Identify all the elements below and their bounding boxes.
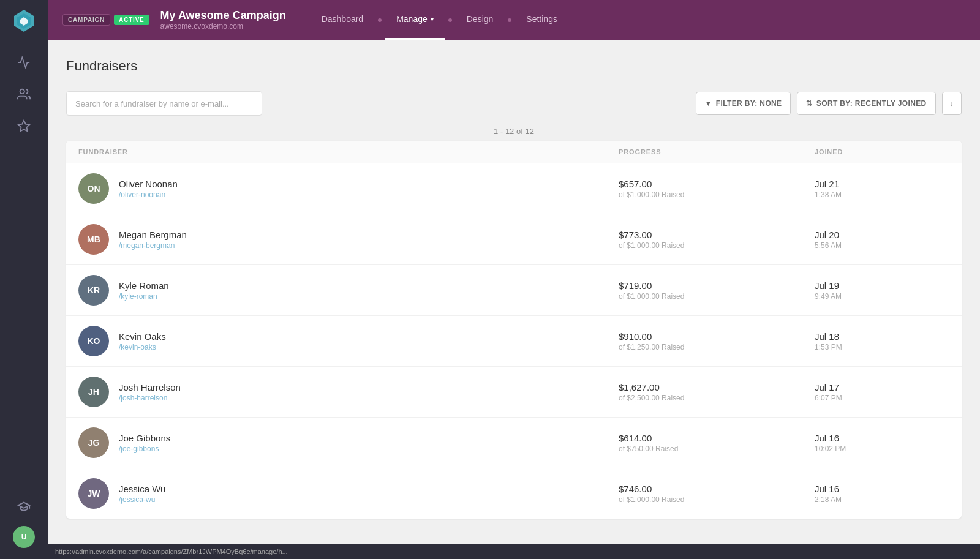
campaign-url: awesome.cvoxdemo.com (160, 22, 286, 31)
fundraiser-cell: KO Kevin Oaks /kevin-oaks (78, 326, 619, 356)
table-row[interactable]: JW Jessica Wu /jessica-wu $746.00 of $1,… (66, 468, 962, 519)
progress-cell: $657.00 of $1,000.00 Raised (619, 179, 815, 199)
sidebar-item-users[interactable] (10, 81, 37, 108)
joined-time: 2:18 AM (815, 495, 949, 504)
main-content: CAMPAIGN ACTIVE My Awesome Campaign awes… (48, 0, 980, 559)
fundraiser-url[interactable]: /jessica-wu (119, 495, 165, 504)
joined-cell: Jul 20 5:56 AM (815, 230, 949, 250)
fundraiser-name: Joe Gibbons (119, 433, 170, 443)
app-logo[interactable] (10, 7, 37, 34)
campaign-name: My Awesome Campaign (160, 9, 286, 23)
table-row[interactable]: KO Kevin Oaks /kevin-oaks $910.00 of $1,… (66, 316, 962, 367)
campaign-badge: CAMPAIGN (62, 14, 110, 26)
nav-settings[interactable]: Settings (515, 0, 568, 40)
sort-icon: ⇅ (806, 99, 812, 108)
progress-cell: $773.00 of $1,000.00 Raised (619, 230, 815, 250)
progress-amount: $657.00 (619, 179, 815, 189)
nav-manage[interactable]: Manage ▾ (385, 0, 445, 40)
joined-cell: Jul 18 1:53 PM (815, 331, 949, 351)
fundraiser-info: Josh Harrelson /josh-harrelson (119, 382, 181, 402)
fundraiser-name: Kyle Roman (119, 280, 169, 291)
statusbar: https://admin.cvoxdemo.com/a/campaigns/Z… (48, 544, 980, 559)
fundraiser-name: Josh Harrelson (119, 382, 181, 392)
fundraiser-avatar: ON (78, 173, 109, 204)
table-row[interactable]: KR Kyle Roman /kyle-roman $719.00 of $1,… (66, 265, 962, 316)
progress-goal: of $1,000.00 Raised (619, 495, 815, 504)
progress-amount: $719.00 (619, 280, 815, 291)
table-row[interactable]: MB Megan Bergman /megan-bergman $773.00 … (66, 214, 962, 265)
fundraiser-info: Megan Bergman /megan-bergman (119, 230, 187, 250)
progress-amount: $773.00 (619, 230, 815, 240)
table-row[interactable]: ON Oliver Noonan /oliver-noonan $657.00 … (66, 163, 962, 214)
svg-marker-4 (18, 121, 29, 131)
fundraiser-info: Kyle Roman /kyle-roman (119, 280, 169, 301)
fundraiser-url[interactable]: /joe-gibbons (119, 445, 170, 453)
fundraiser-url[interactable]: /oliver-noonan (119, 190, 178, 199)
avatar-initials: JH (78, 377, 109, 407)
fundraiser-cell: KR Kyle Roman /kyle-roman (78, 275, 619, 306)
avatar-initials: MB (78, 224, 109, 255)
sidebar-bottom: U (10, 490, 37, 552)
nav-design[interactable]: Design (456, 0, 505, 40)
avatar-initials: JW (78, 478, 109, 509)
joined-date: Jul 21 (815, 179, 949, 189)
joined-cell: Jul 19 9:49 AM (815, 280, 949, 301)
progress-goal: of $2,500.00 Raised (619, 394, 815, 402)
progress-amount: $910.00 (619, 331, 815, 342)
sort-button[interactable]: ⇅ SORT BY: RECENTLY JOINED (797, 92, 935, 115)
col-header-fundraiser: FUNDRAISER (78, 148, 619, 156)
joined-time: 9:49 AM (815, 292, 949, 301)
sidebar-item-campaigns[interactable] (10, 113, 37, 140)
avatar-initials: ON (78, 173, 109, 204)
joined-time: 5:56 AM (815, 241, 949, 250)
fundraiser-avatar: KO (78, 326, 109, 356)
manage-chevron-icon: ▾ (431, 16, 434, 23)
user-avatar[interactable]: U (13, 526, 35, 548)
progress-goal: of $750.00 Raised (619, 445, 815, 453)
svg-point-3 (20, 89, 24, 94)
table-row[interactable]: JG Joe Gibbons /joe-gibbons $614.00 of $… (66, 418, 962, 468)
fundraiser-info: Kevin Oaks /kevin-oaks (119, 331, 166, 351)
campaign-info: My Awesome Campaign awesome.cvoxdemo.com (160, 9, 286, 31)
fundraiser-url[interactable]: /josh-harrelson (119, 394, 181, 402)
filter-label: FILTER BY: NONE (716, 99, 782, 108)
filter-button[interactable]: ▼ FILTER BY: NONE (696, 92, 791, 115)
nav-dot-2 (448, 18, 452, 22)
fundraiser-info: Jessica Wu /jessica-wu (119, 484, 165, 504)
fundraiser-avatar: KR (78, 275, 109, 306)
fundraiser-url[interactable]: /kevin-oaks (119, 343, 166, 351)
progress-cell: $614.00 of $750.00 Raised (619, 433, 815, 453)
filter-icon: ▼ (705, 99, 712, 108)
sidebar-item-analytics[interactable] (10, 49, 37, 76)
page-title: Fundraisers (66, 58, 962, 74)
table-body: ON Oliver Noonan /oliver-noonan $657.00 … (66, 163, 962, 519)
fundraiser-cell: JW Jessica Wu /jessica-wu (78, 478, 619, 509)
table-row[interactable]: JH Josh Harrelson /josh-harrelson $1,627… (66, 367, 962, 418)
fundraiser-name: Megan Bergman (119, 230, 187, 240)
download-button[interactable]: ↓ (942, 92, 962, 115)
search-input[interactable] (66, 91, 262, 116)
nav-dashboard[interactable]: Dashboard (311, 0, 375, 40)
progress-cell: $719.00 of $1,000.00 Raised (619, 280, 815, 301)
fundraiser-avatar: JW (78, 478, 109, 509)
topbar: CAMPAIGN ACTIVE My Awesome Campaign awes… (48, 0, 980, 40)
joined-date: Jul 16 (815, 484, 949, 494)
sidebar-item-education[interactable] (10, 493, 37, 520)
progress-goal: of $1,000.00 Raised (619, 241, 815, 250)
avatar-initials: JG (78, 427, 109, 458)
fundraiser-avatar: JH (78, 377, 109, 407)
fundraiser-url[interactable]: /kyle-roman (119, 292, 169, 301)
sort-label: SORT BY: RECENTLY JOINED (816, 99, 927, 108)
progress-goal: of $1,000.00 Raised (619, 292, 815, 301)
nav-dot-1 (378, 18, 382, 22)
joined-cell: Jul 21 1:38 AM (815, 179, 949, 199)
progress-cell: $910.00 of $1,250.00 Raised (619, 331, 815, 351)
joined-time: 10:02 PM (815, 445, 949, 453)
fundraiser-cell: ON Oliver Noonan /oliver-noonan (78, 173, 619, 204)
fundraiser-url[interactable]: /megan-bergman (119, 241, 187, 250)
table-header: FUNDRAISER PROGRESS JOINED (66, 141, 962, 163)
sidebar: U (0, 0, 48, 559)
joined-time: 6:07 PM (815, 394, 949, 402)
topbar-nav: Dashboard Manage ▾ Design Settings (311, 0, 965, 40)
joined-cell: Jul 16 10:02 PM (815, 433, 949, 453)
